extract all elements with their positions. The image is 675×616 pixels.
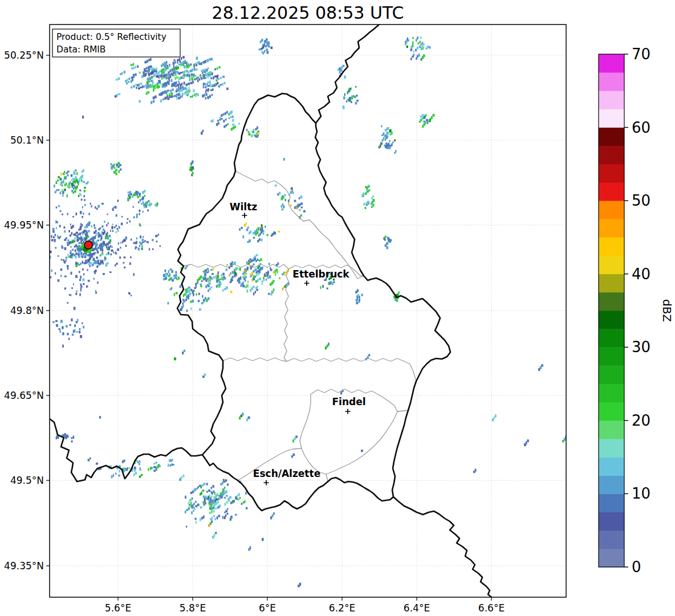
colorbar-segment — [599, 109, 624, 128]
district-border-line — [223, 358, 416, 381]
y-tick-label: 49.35°N — [4, 560, 44, 572]
country-border-line — [50, 419, 202, 482]
radar-site-dot — [84, 241, 92, 249]
colorbar-segment — [599, 475, 624, 494]
y-tick-label: 49.65°N — [4, 390, 44, 401]
colorbar-segment — [599, 256, 624, 275]
colorbar-segment — [599, 329, 624, 348]
colorbar-segment — [599, 146, 624, 165]
city-ettelbruck: Ettelbruck — [292, 268, 349, 286]
info-data-line: Data: RMIB — [56, 44, 106, 55]
colorbar-tick-label: 20 — [632, 412, 650, 429]
city-labels: WiltzEttelbruckFindelEsch/Alzette — [230, 201, 366, 486]
colorbar-segment — [599, 531, 624, 549]
colorbar-segment — [599, 128, 624, 146]
colorbar-segment — [599, 201, 624, 219]
city-plus-marker — [345, 409, 351, 414]
city-label: Esch/Alzette — [253, 468, 320, 479]
x-tick-label: 6.4°E — [404, 602, 430, 614]
y-tick-label: 49.8°N — [10, 305, 44, 316]
colorbar-segment — [599, 311, 624, 329]
y-tick-label: 49.5°N — [10, 475, 44, 486]
colorbar-tick-label: 30 — [632, 338, 650, 356]
city-plus-marker — [242, 213, 247, 218]
plot-title: 28.12.2025 08:53 UTC — [212, 3, 404, 23]
y-axis: 50.25°N50.1°N49.95°N49.8°N49.65°N49.5°N4… — [4, 50, 50, 572]
city-label: Ettelbruck — [292, 268, 349, 280]
x-axis: 5.6°E5.8°E6°E6.2°E6.4°E6.6°E — [105, 597, 505, 614]
radar-echo-layer — [22, 36, 567, 588]
district-borders — [184, 171, 416, 482]
colorbar-segment — [599, 164, 624, 183]
colorbar-segment — [599, 274, 624, 293]
y-tick-label: 49.95°N — [4, 219, 44, 231]
colorbar-segment — [599, 219, 624, 238]
colorbar-segment — [599, 182, 624, 201]
country-border-line — [316, 25, 379, 123]
district-border-line — [235, 171, 364, 279]
colorbar-tick-label: 10 — [632, 485, 650, 502]
colorbar-segment — [599, 292, 624, 311]
x-tick-label: 6.2°E — [329, 602, 355, 614]
x-tick-label: 6.6°E — [478, 602, 505, 614]
y-tick-label: 50.1°N — [10, 134, 44, 146]
colorbar-segment — [599, 347, 624, 366]
grid-lines — [50, 25, 566, 597]
colorbar-tick-label: 60 — [632, 119, 650, 136]
colorbar-segment — [599, 493, 624, 512]
colorbar-segment — [599, 91, 624, 109]
country-borders — [50, 25, 491, 597]
city-plus-marker — [264, 480, 269, 486]
colorbar-segment — [599, 421, 624, 439]
x-tick-label: 5.8°E — [180, 602, 206, 614]
info-product-line: Product: 0.5° Reflectivity — [56, 32, 166, 42]
district-border-line — [397, 410, 408, 411]
colorbar-tick-label: 50 — [632, 192, 650, 209]
colorbar-segment — [599, 54, 624, 73]
colorbar-segment — [599, 457, 624, 476]
city-esch-alzette: Esch/Alzette — [253, 468, 320, 486]
colorbar-segment — [599, 549, 624, 568]
map-frame — [50, 25, 566, 597]
y-tick-label: 50.25°N — [4, 50, 44, 61]
colorbar-tick-label: 70 — [632, 46, 650, 63]
colorbar: 010203040506070 — [599, 46, 650, 576]
colorbar-segment — [599, 384, 624, 403]
colorbar-axis-label: dBZ — [660, 299, 674, 322]
product-info-box: Product: 0.5° Reflectivity Data: RMIB — [52, 29, 180, 57]
x-tick-label: 5.6°E — [105, 602, 131, 614]
city-plus-marker — [304, 281, 310, 286]
colorbar-segment — [599, 72, 624, 91]
country-border-line — [393, 497, 491, 597]
colorbar-segment — [599, 439, 624, 458]
city-label: Wiltz — [230, 201, 258, 213]
city-wiltz: Wiltz — [230, 201, 258, 218]
colorbar-segment — [599, 402, 624, 421]
colorbar-tick-label: 0 — [632, 558, 641, 576]
radar-map-figure: 28.12.2025 08:53 UTC WiltzEttelbruckFind… — [0, 0, 675, 616]
colorbar-tick-label: 40 — [632, 266, 650, 283]
city-label: Findel — [332, 396, 365, 407]
colorbar-segment — [599, 365, 624, 384]
x-tick-label: 6°E — [259, 602, 276, 614]
colorbar-segment — [599, 237, 624, 256]
colorbar-segment — [599, 512, 624, 531]
country-border-line — [177, 93, 450, 511]
city-findel: Findel — [332, 396, 365, 414]
radar-map-page: 28.12.2025 08:53 UTC WiltzEttelbruckFind… — [0, 0, 675, 616]
